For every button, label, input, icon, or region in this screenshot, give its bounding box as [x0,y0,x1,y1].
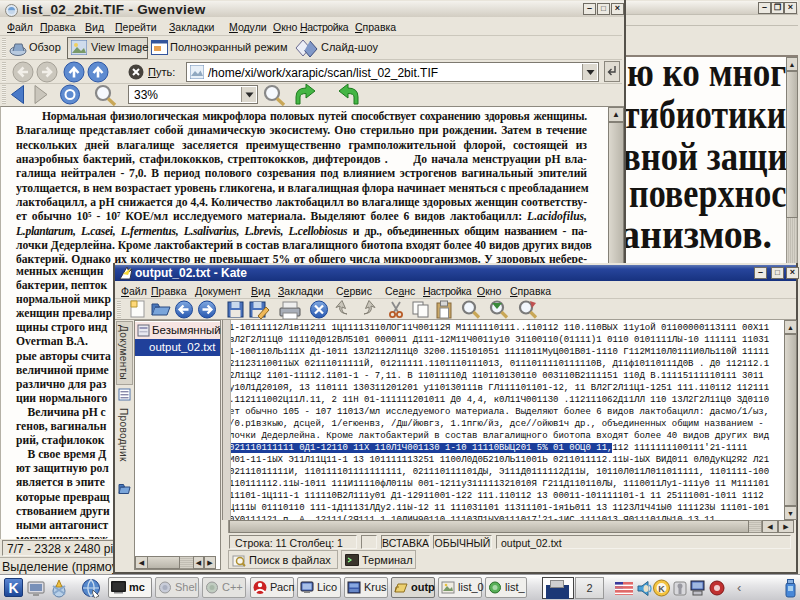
svg-text:K: K [658,584,665,594]
